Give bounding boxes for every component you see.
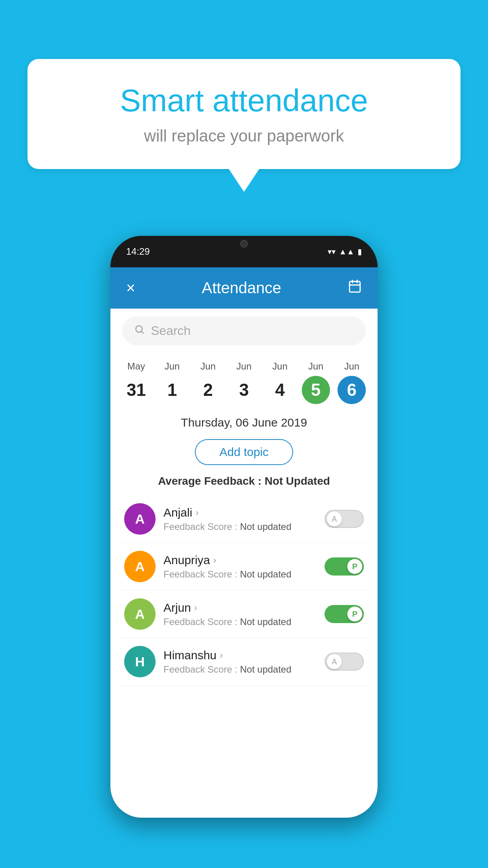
feedback-score: Feedback Score : Not updated (163, 664, 317, 675)
phone-notch (224, 236, 264, 252)
date-month-2: Jun (200, 361, 216, 372)
list-item[interactable]: A Arjun › Feedback Score : Not updated P (118, 590, 370, 638)
date-item-1[interactable]: Jun 1 (158, 361, 186, 404)
chevron-right-icon: › (194, 602, 197, 613)
date-month-6: Jun (344, 361, 360, 372)
status-time: 14:29 (126, 246, 150, 257)
student-name: Anjali › (163, 506, 317, 519)
toggle-knob: A (327, 511, 342, 526)
search-icon (134, 324, 145, 338)
avatar: H (124, 646, 156, 677)
date-picker: May 31 Jun 1 Jun 2 Jun 3 Jun 4 (110, 353, 378, 408)
list-item[interactable]: A Anupriya › Feedback Score : Not update… (118, 543, 370, 590)
date-item-4[interactable]: Jun 4 (266, 361, 294, 404)
date-num-3: 3 (230, 376, 258, 404)
date-month-3: Jun (237, 361, 252, 372)
date-num-4: 4 (266, 376, 294, 404)
attendance-toggle[interactable]: P (325, 557, 364, 576)
svg-point-4 (136, 326, 142, 332)
feedback-score: Feedback Score : Not updated (163, 569, 317, 580)
attendance-toggle[interactable]: A (325, 510, 364, 528)
status-icons: ▾▾ ▲▲ ▮ (328, 247, 362, 256)
page-title: Attendance (202, 279, 281, 297)
signal-icon: ▲▲ (339, 247, 354, 256)
search-input[interactable]: Search (151, 324, 191, 338)
attendance-toggle[interactable]: P (325, 605, 364, 623)
svg-rect-0 (350, 281, 360, 292)
date-month-1: Jun (165, 361, 180, 372)
chevron-right-icon: › (220, 650, 223, 661)
feedback-score: Feedback Score : Not updated (163, 521, 317, 532)
date-month-5: Jun (308, 361, 323, 372)
date-item-3[interactable]: Jun 3 (230, 361, 258, 404)
toggle-knob: A (327, 654, 342, 669)
status-bar: 14:29 ▾▾ ▲▲ ▮ (110, 236, 378, 267)
date-item-5[interactable]: Jun 5 (302, 361, 330, 404)
speech-bubble-container: Smart attendance will replace your paper… (28, 59, 460, 192)
student-name: Arjun › (163, 601, 317, 614)
battery-icon: ▮ (358, 247, 362, 256)
avatar: A (124, 503, 156, 535)
toggle-switch[interactable]: P (325, 605, 364, 623)
list-item[interactable]: A Anjali › Feedback Score : Not updated … (118, 495, 370, 543)
student-info: Anupriya › Feedback Score : Not updated (156, 554, 325, 580)
speech-bubble-tail (228, 168, 260, 192)
app-header: × Attendance (110, 267, 378, 309)
toggle-switch[interactable]: P (325, 557, 364, 576)
close-button[interactable]: × (126, 279, 135, 297)
avg-feedback-value: Not Updated (264, 475, 330, 487)
chevron-right-icon: › (195, 507, 198, 518)
toggle-knob: P (347, 607, 362, 622)
date-num-2: 2 (194, 376, 222, 404)
speech-bubble-subtitle: will replace your paperwork (59, 127, 429, 145)
student-info: Anjali › Feedback Score : Not updated (156, 506, 325, 532)
date-num-6: 6 (338, 376, 366, 404)
student-name: Anupriya › (163, 554, 317, 567)
avg-feedback: Average Feedback : Not Updated (110, 471, 378, 495)
phone-camera (240, 240, 248, 248)
search-bar[interactable]: Search (122, 316, 366, 345)
avatar: A (124, 598, 156, 630)
student-info: Arjun › Feedback Score : Not updated (156, 601, 325, 627)
speech-bubble-title: Smart attendance (59, 83, 429, 119)
phone-wrapper: 14:29 ▾▾ ▲▲ ▮ × Attendance (110, 236, 378, 818)
date-num-1: 1 (158, 376, 186, 404)
wifi-icon: ▾▾ (328, 247, 336, 256)
date-item-0[interactable]: May 31 (122, 361, 150, 404)
selected-date-label: Thursday, 06 June 2019 (110, 408, 378, 433)
student-list: A Anjali › Feedback Score : Not updated … (110, 495, 378, 686)
avg-feedback-label: Average Feedback : (158, 475, 264, 487)
toggle-switch[interactable]: A (325, 653, 364, 671)
app-screen: × Attendance (110, 267, 378, 818)
student-name: Himanshu › (163, 649, 317, 662)
list-item[interactable]: H Himanshu › Feedback Score : Not update… (118, 638, 370, 686)
chevron-right-icon: › (213, 555, 216, 566)
attendance-toggle[interactable]: A (325, 653, 364, 671)
toggle-switch[interactable]: A (325, 510, 364, 528)
avatar: A (124, 551, 156, 582)
calendar-icon[interactable] (348, 279, 362, 297)
date-month-4: Jun (272, 361, 288, 372)
date-num-5: 5 (302, 376, 330, 404)
date-item-2[interactable]: Jun 2 (194, 361, 222, 404)
date-item-6[interactable]: Jun 6 (338, 361, 366, 404)
svg-line-5 (141, 331, 143, 333)
toggle-knob: P (347, 559, 362, 574)
date-month-0: May (127, 361, 145, 372)
date-num-0: 31 (122, 376, 150, 404)
phone-frame: 14:29 ▾▾ ▲▲ ▮ × Attendance (110, 236, 378, 818)
speech-bubble: Smart attendance will replace your paper… (28, 59, 460, 169)
student-info: Himanshu › Feedback Score : Not updated (156, 649, 325, 675)
add-topic-button[interactable]: Add topic (195, 439, 293, 465)
feedback-score: Feedback Score : Not updated (163, 616, 317, 627)
